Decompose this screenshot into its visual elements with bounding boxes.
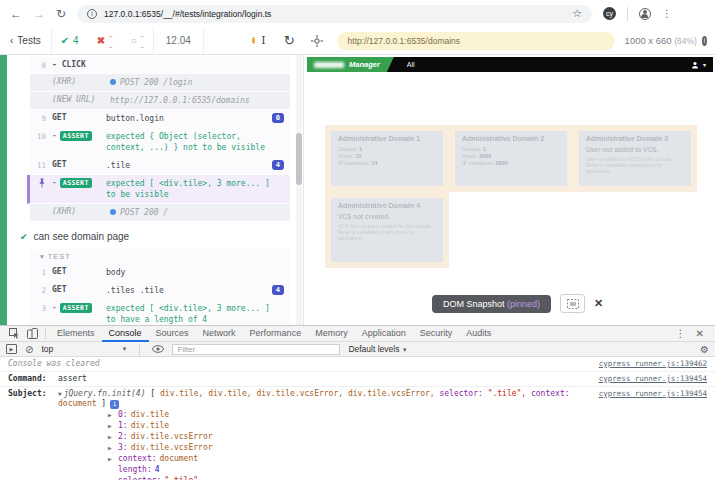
object-child: ▶1:div.tile bbox=[108, 420, 589, 431]
app-brand-label: Manager bbox=[349, 60, 380, 69]
tab-console[interactable]: Console bbox=[102, 326, 149, 342]
xhr-row[interactable]: (XHR) POST 200 /login bbox=[30, 74, 290, 92]
bracket: ] bbox=[101, 399, 106, 408]
source-link[interactable]: cypress_runner.js:139454 bbox=[589, 389, 707, 399]
divider bbox=[139, 344, 140, 355]
xhr-dot-icon bbox=[110, 79, 116, 85]
array-item: div.tile.vcsError, bbox=[348, 389, 435, 398]
collapse-arrow-icon[interactable]: ▼ bbox=[58, 390, 62, 397]
failed-count: -- bbox=[109, 30, 112, 52]
live-expression-eye-icon[interactable] bbox=[152, 345, 164, 353]
passed-indicator-bar bbox=[0, 55, 7, 325]
domain-tile-vcs-error[interactable]: Administrative Domain 3 User not added t… bbox=[573, 125, 697, 192]
test-duration: 12.04 bbox=[153, 27, 204, 54]
address-bar[interactable]: i 127.0.0.1:6535/__/#/tests/integration/… bbox=[77, 5, 592, 23]
viewport-info-icon[interactable]: i bbox=[702, 36, 707, 46]
reporter-scrollbar[interactable] bbox=[296, 55, 302, 325]
child-dash: - bbox=[52, 131, 57, 140]
console-command-row: Command: assert cypress_runner.js:139454 bbox=[0, 372, 715, 387]
command-row[interactable]: 11 GET .tile 4 bbox=[30, 157, 290, 175]
test-body-header[interactable]: ▾ TEST bbox=[30, 249, 290, 264]
source-link[interactable]: cypress_runner.js:139454 bbox=[589, 374, 707, 384]
tab-application[interactable]: Application bbox=[355, 326, 413, 342]
tab-network[interactable]: Network bbox=[196, 326, 243, 342]
clear-console-icon[interactable]: ⊘ bbox=[25, 344, 33, 355]
restart-tests-icon[interactable]: ↻ bbox=[284, 33, 295, 48]
tile-body: Administrative Domain 3 User not added t… bbox=[579, 131, 691, 186]
console-filter-input[interactable] bbox=[172, 344, 340, 355]
domain-tile[interactable]: Administrative Domain 1 Groups: 1 Hosts:… bbox=[325, 125, 449, 192]
pin-icon[interactable] bbox=[30, 178, 52, 190]
forward-icon[interactable]: → bbox=[33, 8, 45, 20]
tile-body: Administrative Domain 1 Groups: 1 Hosts:… bbox=[331, 131, 443, 186]
assert-row[interactable]: 3 -ASSERT expected [ <div.tile>, 3 more.… bbox=[30, 300, 290, 325]
aut-url-bar[interactable]: http://127.0.0.1:6535/domains bbox=[337, 32, 615, 50]
test-title-label: can see domain page bbox=[34, 231, 130, 242]
device-toolbar-icon[interactable] bbox=[23, 328, 41, 339]
tile-title: Administrative Domain 4 bbox=[338, 202, 436, 209]
command-row[interactable]: 1 GET body bbox=[30, 264, 290, 282]
reporter-scrollbar-thumb[interactable] bbox=[296, 133, 302, 185]
selector-playground-icon[interactable] bbox=[311, 35, 323, 47]
devtools-close-icon[interactable]: ✕ bbox=[696, 328, 704, 339]
domain-tile[interactable]: Administrative Domain 2 Groups: 1 Hosts:… bbox=[449, 125, 573, 192]
assert-name: -ASSERT bbox=[52, 131, 106, 141]
expand-arrow-icon[interactable]: ▶ bbox=[108, 442, 115, 453]
expand-arrow-icon[interactable]: ▶ bbox=[108, 409, 115, 420]
log-levels-select[interactable]: Default levels ▼ bbox=[348, 344, 407, 354]
child-dash: - bbox=[52, 303, 57, 312]
new-url-row[interactable]: (NEW URL) http://127.0.0.1:6535/domains bbox=[30, 92, 290, 110]
extension-icon[interactable]: cy bbox=[603, 7, 616, 20]
element-count-badge: 0 bbox=[272, 113, 284, 123]
tile-title: Administrative Domain 1 bbox=[338, 135, 436, 142]
viewport-zoom: (64%) bbox=[674, 36, 697, 46]
inspect-element-icon[interactable] bbox=[5, 328, 23, 339]
command-number bbox=[30, 95, 52, 96]
reload-icon[interactable]: ↻ bbox=[56, 8, 66, 20]
app-logo: Manager bbox=[307, 57, 394, 72]
console-settings-gear-icon[interactable]: ⚙ bbox=[700, 344, 709, 355]
tab-performance[interactable]: Performance bbox=[243, 326, 309, 342]
profile-avatar[interactable] bbox=[639, 8, 651, 20]
source-link[interactable]: cypress_runner.js:139462 bbox=[589, 359, 707, 369]
divider bbox=[627, 7, 628, 21]
page-info-icon[interactable]: i bbox=[87, 9, 97, 19]
chevron-down-icon: ▾ bbox=[703, 61, 706, 68]
tab-audits[interactable]: Audits bbox=[459, 326, 498, 342]
pinned-assert-row[interactable]: -ASSERT expected [ <div.tile>, 3 more...… bbox=[27, 175, 290, 204]
command-row[interactable]: 8 - CLICK bbox=[30, 57, 290, 74]
snapshot-highlight-button[interactable] bbox=[560, 294, 585, 313]
tile-stat: Hosts: 3000 bbox=[462, 153, 560, 160]
snapshot-title: DOM Snapshot bbox=[443, 299, 505, 309]
tab-memory[interactable]: Memory bbox=[308, 326, 355, 342]
command-message: .tile bbox=[106, 160, 266, 171]
tab-security[interactable]: Security bbox=[413, 326, 460, 342]
tile-stat: IP interfaces: 2800 bbox=[462, 160, 560, 167]
info-icon[interactable]: i bbox=[110, 400, 119, 409]
xhr-row[interactable]: (XHR) POST 200 / bbox=[30, 204, 290, 222]
assert-row[interactable]: 10 -ASSERT expected { Object (selector, … bbox=[30, 128, 290, 157]
expand-arrow-icon[interactable]: ▶ bbox=[108, 420, 115, 431]
bookmark-star-icon[interactable]: ☆ bbox=[572, 7, 582, 20]
expand-arrow-icon[interactable]: ▶ bbox=[108, 453, 115, 464]
expand-arrow-icon[interactable]: ▶ bbox=[108, 431, 115, 442]
back-to-tests-button[interactable]: ‹ Tests bbox=[8, 27, 52, 54]
pending-stat: ○ -- bbox=[121, 30, 152, 52]
child-value: 4 bbox=[155, 464, 160, 475]
domain-tile-vcs-error[interactable]: Administrative Domain 4 VCS not created.… bbox=[325, 192, 449, 268]
tile-title: Administrative Domain 2 bbox=[462, 135, 560, 142]
frame-context-select[interactable]: top ▼ bbox=[41, 344, 127, 354]
command-row[interactable]: 2 GET .tiles .tile 4 bbox=[30, 282, 290, 300]
app-nav-all[interactable]: All bbox=[407, 61, 415, 68]
app-user-menu[interactable]: ▾ bbox=[691, 61, 713, 69]
browser-menu-icon[interactable]: ⋮ bbox=[662, 8, 672, 19]
console-sidebar-icon[interactable]: ▶ bbox=[6, 344, 17, 354]
text-cursor-icon: I bbox=[261, 34, 265, 47]
back-icon[interactable]: ← bbox=[10, 8, 22, 20]
command-row[interactable]: 9 GET button.login 0 bbox=[30, 110, 290, 128]
test-title[interactable]: ✔ can see domain page bbox=[18, 222, 290, 249]
tab-elements[interactable]: Elements bbox=[50, 326, 102, 342]
tab-sources[interactable]: Sources bbox=[149, 326, 196, 342]
devtools-menu-icon[interactable]: ⋮ bbox=[676, 328, 686, 339]
snapshot-close-button[interactable]: ✕ bbox=[594, 297, 603, 310]
